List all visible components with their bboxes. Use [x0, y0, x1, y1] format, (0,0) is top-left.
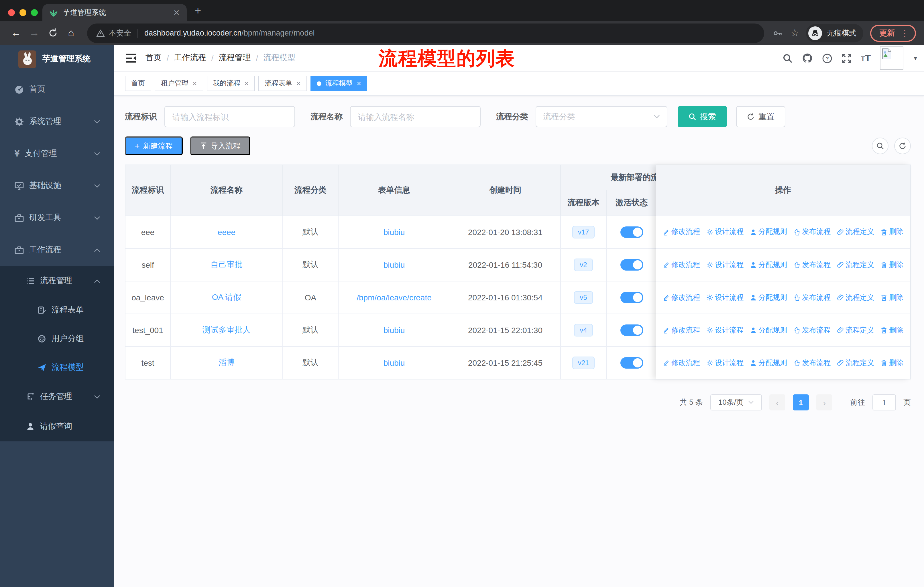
sidebar-item-payment[interactable]: ¥ 支付管理	[0, 137, 114, 170]
process-definition-link[interactable]: 流程定义	[837, 358, 874, 368]
assign-rule-link[interactable]: 分配规则	[750, 260, 787, 270]
active-toggle[interactable]	[620, 259, 643, 271]
design-process-link[interactable]: 设计流程	[706, 325, 744, 335]
sidebar-item-process-model[interactable]: 流程模型	[0, 353, 114, 382]
version-badge[interactable]: v17	[572, 226, 595, 238]
modify-process-link[interactable]: 修改流程	[663, 227, 700, 237]
toggle-search-button[interactable]	[872, 137, 888, 154]
active-toggle[interactable]	[620, 227, 643, 238]
new-tab-button[interactable]: +	[195, 5, 201, 17]
form-info-link[interactable]: /bpm/oa/leave/create	[356, 293, 432, 302]
reset-button[interactable]: 重置	[736, 106, 785, 127]
active-toggle[interactable]	[620, 357, 643, 369]
close-icon[interactable]: ×	[193, 79, 197, 88]
assign-rule-link[interactable]: 分配规则	[750, 227, 787, 237]
assign-rule-link[interactable]: 分配规则	[750, 358, 787, 368]
fullscreen-icon[interactable]	[842, 53, 852, 63]
version-badge[interactable]: v5	[574, 291, 592, 304]
sidebar-item-devtools[interactable]: 研发工具	[0, 202, 114, 234]
process-id-input[interactable]	[164, 106, 295, 127]
address-bar[interactable]: 不安全 dashboard.yudao.iocoder.cn/bpm/manag…	[87, 23, 764, 43]
breadcrumb-home[interactable]: 首页	[145, 53, 162, 63]
modify-process-link[interactable]: 修改流程	[663, 260, 700, 270]
window-close-button[interactable]	[8, 9, 15, 16]
back-icon[interactable]: ←	[8, 27, 24, 39]
publish-process-link[interactable]: 发布流程	[794, 358, 831, 368]
publish-process-link[interactable]: 发布流程	[794, 325, 831, 335]
sidebar-item-user-group[interactable]: 用户分组	[0, 324, 114, 353]
assign-rule-link[interactable]: 分配规则	[750, 293, 787, 303]
active-toggle[interactable]	[620, 292, 643, 303]
home-icon[interactable]: ⌂	[63, 27, 79, 39]
publish-process-link[interactable]: 发布流程	[794, 260, 831, 270]
url-path[interactable]: /bpm/manager/model	[241, 29, 315, 37]
category-select[interactable]: 流程分类	[536, 106, 667, 127]
reload-icon[interactable]	[45, 28, 61, 38]
publish-process-link[interactable]: 发布流程	[794, 227, 831, 237]
caret-down-icon[interactable]: ▼	[912, 55, 918, 61]
tag-my-process[interactable]: 我的流程×	[206, 76, 255, 91]
sidebar-item-task-management[interactable]: 任务管理	[0, 382, 114, 412]
version-badge[interactable]: v2	[574, 258, 592, 271]
delete-link[interactable]: 删除	[881, 260, 903, 270]
key-icon[interactable]	[772, 28, 782, 38]
close-icon[interactable]: ×	[357, 79, 361, 88]
page-size-select[interactable]: 10条/页	[710, 394, 762, 410]
process-name-link[interactable]: OA 请假	[212, 293, 241, 303]
search-button[interactable]: 搜索	[678, 106, 727, 127]
process-definition-link[interactable]: 流程定义	[837, 325, 874, 335]
process-name-link[interactable]: 自己审批	[211, 260, 243, 270]
tag-process-form[interactable]: 流程表单×	[258, 76, 307, 91]
process-definition-link[interactable]: 流程定义	[837, 227, 874, 237]
forward-icon[interactable]: →	[26, 27, 42, 39]
window-controls[interactable]	[8, 9, 38, 16]
font-size-icon[interactable]: TT	[861, 53, 871, 64]
url-domain[interactable]: dashboard.yudao.iocoder.cn	[144, 29, 241, 37]
tag-tenant[interactable]: 租户管理×	[155, 76, 203, 91]
process-name-link[interactable]: eeee	[218, 228, 236, 237]
version-badge[interactable]: v4	[574, 324, 592, 336]
close-icon[interactable]: ×	[296, 79, 300, 88]
breadcrumb-workflow[interactable]: 工作流程	[174, 53, 206, 63]
form-info-link[interactable]: biubiu	[383, 326, 405, 335]
prev-page-button[interactable]: ‹	[769, 394, 785, 410]
design-process-link[interactable]: 设计流程	[706, 293, 744, 303]
design-process-link[interactable]: 设计流程	[706, 260, 744, 270]
close-icon[interactable]: ×	[244, 79, 249, 88]
tab-close-icon[interactable]: ✕	[173, 8, 180, 17]
form-info-link[interactable]: biubiu	[383, 260, 405, 270]
star-icon[interactable]: ☆	[790, 27, 799, 39]
modify-process-link[interactable]: 修改流程	[663, 325, 700, 335]
sidebar-item-process-management[interactable]: 流程管理	[0, 266, 114, 296]
help-icon[interactable]: ?	[822, 53, 832, 63]
modify-process-link[interactable]: 修改流程	[663, 293, 700, 303]
process-definition-link[interactable]: 流程定义	[837, 260, 874, 270]
search-icon[interactable]	[782, 53, 793, 63]
window-minimize-button[interactable]	[20, 9, 26, 16]
refresh-table-button[interactable]	[894, 137, 911, 154]
sidebar-item-workflow[interactable]: 工作流程	[0, 234, 114, 266]
form-info-link[interactable]: biubiu	[383, 228, 405, 237]
tag-process-model[interactable]: 流程模型×	[310, 76, 368, 91]
avatar[interactable]	[880, 46, 903, 70]
browser-tab[interactable]: 芋道管理系统 ✕	[42, 4, 187, 21]
tag-home[interactable]: 首页	[125, 76, 151, 91]
process-name-link[interactable]: 测试多审批人	[203, 325, 251, 336]
sidebar-item-infrastructure[interactable]: 基础设施	[0, 170, 114, 202]
sidebar-item-home[interactable]: 首页	[0, 73, 114, 106]
next-page-button[interactable]: ›	[816, 394, 832, 410]
publish-process-link[interactable]: 发布流程	[794, 293, 831, 303]
goto-page-input[interactable]	[873, 394, 896, 410]
logo[interactable]: 芋道管理系统	[0, 45, 114, 73]
security-label[interactable]: 不安全	[109, 28, 131, 38]
github-icon[interactable]	[802, 53, 813, 64]
sidebar-item-system[interactable]: 系统管理	[0, 106, 114, 137]
sidebar-toggle-icon[interactable]	[125, 53, 136, 63]
breadcrumb-process-mgmt[interactable]: 流程管理	[219, 53, 251, 63]
design-process-link[interactable]: 设计流程	[706, 358, 744, 368]
page-number-1[interactable]: 1	[793, 394, 809, 410]
import-process-button[interactable]: 导入流程	[190, 136, 250, 155]
design-process-link[interactable]: 设计流程	[706, 227, 744, 237]
delete-link[interactable]: 删除	[881, 227, 903, 237]
delete-link[interactable]: 删除	[881, 293, 903, 303]
